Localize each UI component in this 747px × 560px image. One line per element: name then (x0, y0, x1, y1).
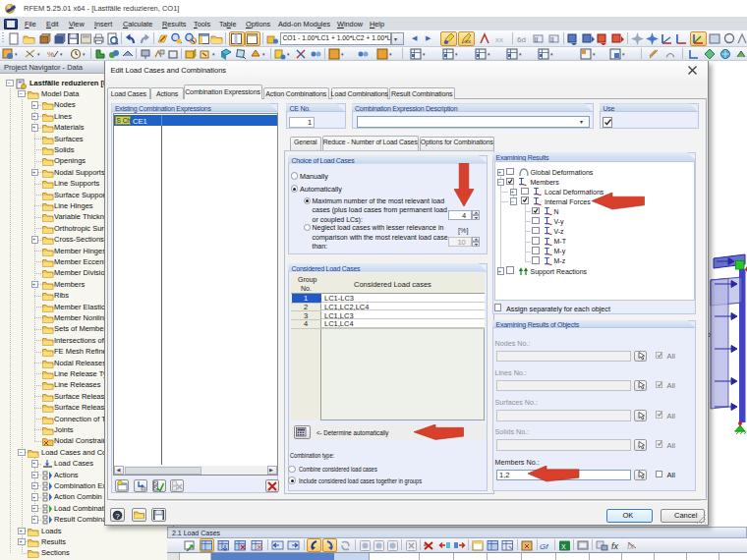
svg-text:xx: xx (465, 38, 471, 44)
svg-text:X: X (561, 543, 566, 550)
svg-text:?: ? (115, 511, 120, 520)
svg-text:]]: ]] (550, 36, 554, 42)
svg-text:6d: 6d (517, 35, 526, 44)
svg-text:[[: [[ (535, 36, 539, 42)
svg-text:xx: xx (495, 35, 503, 44)
svg-text:Gf: Gf (540, 542, 548, 551)
svg-text:fx: fx (611, 541, 619, 551)
svg-text:%: % (47, 50, 54, 59)
